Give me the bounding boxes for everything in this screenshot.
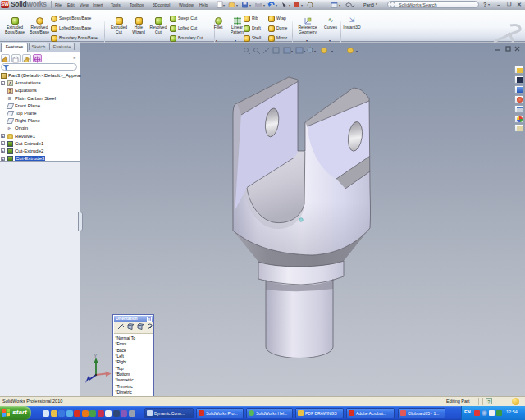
svg-text:▾: ▾ [356, 49, 358, 53]
svg-text:▾: ▾ [304, 49, 305, 53]
svg-text:▾: ▾ [331, 49, 333, 53]
svg-text:Y: Y [94, 354, 98, 358]
svg-text:▾: ▾ [314, 49, 316, 53]
svg-text:▾: ▾ [291, 49, 293, 53]
